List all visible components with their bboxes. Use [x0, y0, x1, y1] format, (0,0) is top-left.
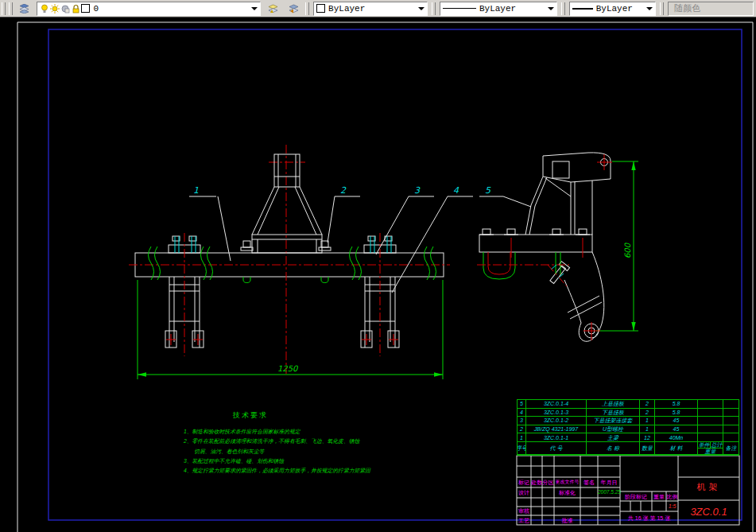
callout-5: 5	[485, 185, 491, 196]
bom-cell: 1	[640, 417, 655, 425]
lineweight-value: ByLayer	[596, 4, 633, 14]
callout-1: 1	[193, 185, 199, 196]
linetype-sample	[443, 8, 476, 9]
linetype-combo[interactable]: ByLayer	[440, 2, 557, 16]
bom-cell: 3ZC.0.1-3	[526, 409, 587, 417]
bom-cell: 2	[640, 409, 655, 417]
tb-sign: 签名	[580, 480, 598, 485]
side-view	[477, 153, 612, 341]
cad-application: { "toolbar": { "layer_name": "0", "color…	[0, 0, 756, 532]
tb-standardize: 标准化	[554, 490, 580, 495]
tb-mark: 标记	[517, 480, 531, 485]
viewport-freeze-icon	[60, 4, 70, 14]
toolbar-grip[interactable]	[660, 2, 664, 15]
tb-scale: 比例	[666, 494, 678, 499]
bom-cell: 上悬挂板	[587, 400, 640, 409]
bom-cell: 2	[518, 425, 526, 434]
toolbar-grip[interactable]	[9, 2, 13, 15]
bom-cell	[723, 433, 739, 442]
hitch-mast	[252, 154, 322, 253]
bom-cell: 3ZC.0.1-2	[526, 417, 587, 425]
tb-approve: 批准	[554, 518, 580, 523]
dim-length-text: 1250	[277, 364, 299, 373]
layers-icon	[19, 4, 29, 14]
toolbar-grip[interactable]	[305, 2, 309, 15]
dim-height-text: 600	[623, 242, 632, 258]
tb-stage: 阶段标记	[620, 494, 652, 499]
mast-ubolt-left	[241, 241, 253, 250]
callout-4: 4	[453, 185, 459, 196]
bom-cell: 下悬挂板	[587, 409, 640, 417]
bom-cell: 5.8	[655, 400, 698, 409]
bom-cell	[723, 400, 739, 409]
plot-style-value: 随颜色	[674, 2, 700, 14]
bom-cell	[723, 409, 739, 417]
color-combo[interactable]: ByLayer	[313, 2, 428, 16]
suspension-bracket-right	[361, 233, 399, 356]
layer-name: 0	[93, 4, 99, 14]
tb-count: 处数	[531, 480, 542, 485]
tech-line: 1、制造和验收时技术条件应符合国家标准的规定	[184, 427, 374, 437]
bom-header-code: 代 号	[526, 442, 587, 455]
lineweight-sample	[572, 8, 593, 10]
tech-line: 2、零件在装配前必须清理和清洗干净，不得有毛刺、飞边、氧化皮、锈蚀	[184, 437, 374, 446]
layer-previous-button[interactable]	[285, 1, 304, 17]
toolbar-grip[interactable]	[432, 2, 436, 15]
tb-scale-value: 1:5	[666, 503, 678, 509]
tb-date-col: 年月日	[598, 480, 620, 485]
layer-previous-icon	[289, 4, 298, 14]
dropdown-arrow-icon[interactable]	[418, 7, 425, 10]
toolbar-grip[interactable]	[561, 2, 565, 15]
bom-cell: 主梁	[587, 433, 640, 442]
bom-cell	[723, 425, 739, 434]
bom-cell: 3ZC.0.1-4	[526, 400, 587, 409]
color-swatch	[316, 4, 325, 13]
dropdown-arrow-icon[interactable]	[646, 7, 653, 10]
bom-cell	[723, 417, 739, 425]
bom-cell: 1	[640, 425, 655, 434]
bom-cell: 45	[655, 425, 698, 434]
tb-part-title: 机架	[678, 483, 739, 491]
tb-sheet-info: 共 16 张 第 15 张	[620, 515, 678, 521]
make-layer-current-icon	[268, 4, 277, 14]
bom-header-no: 序号	[518, 442, 526, 455]
tech-title: 技术要求	[233, 410, 374, 420]
sun-icon	[50, 4, 60, 14]
suspension-bracket-left	[165, 233, 204, 356]
lineweight-combo[interactable]: ByLayer	[569, 2, 657, 16]
toolbar-grip[interactable]	[2, 2, 6, 15]
bom-cell: 3	[518, 417, 526, 425]
dropdown-arrow-icon[interactable]	[548, 7, 554, 10]
layer-properties-button[interactable]	[15, 1, 34, 17]
tb-design: 设计	[517, 490, 531, 495]
bom-table: 5 3ZC.0.1-4 上悬挂板 2 5.8 4 3ZC.0.1-3 下悬挂板 …	[517, 399, 739, 456]
layer-combo[interactable]: 0	[37, 2, 261, 16]
dimension-600: 600	[596, 161, 638, 331]
technical-requirements: 技术要求 1、制造和验收时技术条件应符合国家标准的规定 2、零件在装配前必须清理…	[184, 410, 374, 476]
color-value: ByLayer	[328, 4, 365, 14]
bom-cell: 5	[518, 400, 526, 409]
bom-cell: 5.8	[655, 409, 698, 417]
bom-cell: 3ZC.0.1-1	[526, 433, 587, 442]
bom-header-remark: 备注	[723, 442, 739, 455]
dimension-1250: 1250	[138, 280, 443, 379]
bom-header-weight: 单件 总计 重量	[698, 442, 723, 455]
bom-header-qty: 数量	[640, 442, 655, 455]
make-object-layer-current-button[interactable]	[264, 1, 283, 17]
bom-header-material: 材 料	[655, 442, 698, 455]
bom-cell: 下悬挂架连接套	[587, 417, 640, 425]
bom-cell: U型螺栓	[587, 425, 640, 434]
tb-date: 2007.5.25	[598, 490, 620, 495]
plot-style-combo: 随颜色	[668, 2, 754, 16]
bom-cell: 4	[518, 409, 526, 417]
dropdown-arrow-icon[interactable]	[251, 7, 258, 10]
lock-icon	[71, 4, 80, 14]
bom-cell: 40Mn	[655, 433, 698, 442]
bom-cell: 1	[518, 433, 526, 442]
bom-header-weight-label: 重量	[698, 449, 723, 454]
bom-cell	[698, 409, 723, 417]
tb-change-doc: 更改文件号	[554, 480, 580, 484]
bom-cell: 45	[655, 417, 698, 425]
layer-color-swatch	[81, 4, 90, 13]
linetype-value: ByLayer	[479, 4, 516, 14]
